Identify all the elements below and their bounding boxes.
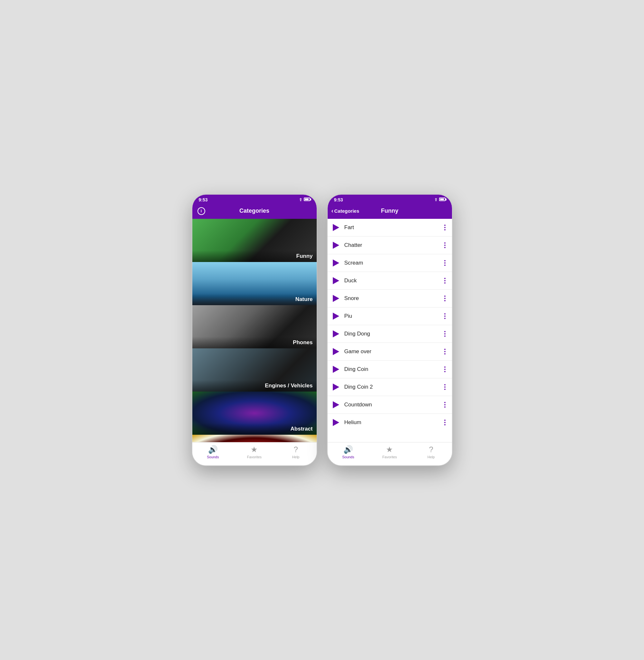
category-item-abstract[interactable]: Abstract	[192, 391, 317, 435]
sound-name-duck: Duck	[344, 277, 443, 284]
category-list: Funny Nature Phones Engines / Vehicles A…	[192, 219, 317, 442]
play-triangle-icon	[333, 224, 339, 231]
tab-favorites-label-left: Favorites	[247, 455, 261, 459]
more-dot	[444, 419, 445, 421]
tab-help-left[interactable]: ? Help	[283, 445, 308, 459]
sound-item-ding-coin[interactable]: Ding Coin	[328, 361, 452, 378]
more-dot	[444, 300, 445, 301]
more-dot	[444, 296, 445, 297]
more-dot	[444, 333, 445, 335]
right-status-icons: ⇧	[434, 198, 445, 202]
play-button-ding-coin[interactable]	[333, 366, 340, 373]
sound-name-snore: Snore	[344, 295, 443, 302]
more-dot	[444, 227, 445, 228]
more-button-chatter[interactable]	[443, 242, 447, 248]
play-button-fart[interactable]	[333, 224, 340, 231]
left-status-bar: 9:53 ⇧	[192, 195, 317, 204]
play-button-snore[interactable]	[333, 295, 340, 302]
tab-help-label-right: Help	[428, 455, 435, 459]
sound-name-ding-coin-2: Ding Coin 2	[344, 384, 443, 390]
sound-item-game-over[interactable]: Game over	[328, 343, 452, 361]
more-dot	[444, 406, 445, 408]
chevron-left-icon: ‹	[331, 207, 334, 214]
more-dot	[444, 262, 445, 264]
left-header: i Categories	[192, 204, 317, 219]
sound-name-piu: Piu	[344, 313, 443, 319]
more-button-piu[interactable]	[443, 313, 447, 319]
sound-item-helium[interactable]: Helium	[328, 414, 452, 431]
tab-sounds-right[interactable]: 🔊 Sounds	[336, 445, 361, 459]
more-button-ding-dong[interactable]	[443, 331, 447, 337]
more-button-countdown[interactable]	[443, 402, 447, 408]
left-time: 9:53	[199, 197, 208, 202]
more-dot	[444, 316, 445, 317]
play-button-piu[interactable]	[333, 313, 340, 320]
category-item-phones[interactable]: Phones	[192, 305, 317, 348]
sound-name-chatter: Chatter	[344, 242, 443, 248]
category-item-nature[interactable]: Nature	[192, 262, 317, 305]
category-label-phones: Phones	[192, 337, 317, 348]
tab-favorites-right[interactable]: ★ Favorites	[376, 445, 402, 459]
category-item-music[interactable]: Musical Instruments	[192, 435, 317, 442]
tab-favorites-label-right: Favorites	[383, 455, 397, 459]
wifi-icon: ⇧	[299, 198, 302, 202]
tab-sounds-left[interactable]: 🔊 Sounds	[200, 445, 226, 459]
right-tab-bar: 🔊 Sounds ★ Favorites ? Help	[328, 442, 452, 465]
more-button-ding-coin-2[interactable]	[443, 384, 447, 390]
sound-name-helium: Helium	[344, 419, 443, 426]
tab-help-right[interactable]: ? Help	[418, 445, 444, 459]
play-button-chatter[interactable]	[333, 242, 340, 249]
more-dot	[444, 265, 445, 266]
play-button-ding-dong[interactable]	[333, 330, 340, 337]
tab-favorites-left[interactable]: ★ Favorites	[241, 445, 267, 459]
sound-item-fart[interactable]: Fart	[328, 219, 452, 236]
play-triangle-icon	[333, 419, 339, 426]
play-button-countdown[interactable]	[333, 401, 340, 408]
more-button-helium[interactable]	[443, 419, 447, 425]
play-button-game-over[interactable]	[333, 348, 340, 355]
more-dot	[444, 369, 445, 370]
more-dot	[444, 242, 445, 244]
category-item-funny[interactable]: Funny	[192, 219, 317, 262]
play-triangle-icon	[333, 348, 339, 355]
sound-name-countdown: Countdown	[344, 402, 443, 408]
sound-item-chatter[interactable]: Chatter	[328, 236, 452, 254]
sound-item-duck[interactable]: Duck	[328, 272, 452, 290]
sound-name-ding-coin: Ding Coin	[344, 366, 443, 372]
right-wifi-icon: ⇧	[434, 198, 437, 202]
play-button-duck[interactable]	[333, 277, 340, 284]
more-dot	[444, 424, 445, 425]
play-triangle-icon	[333, 366, 339, 373]
sound-item-piu[interactable]: Piu	[328, 308, 452, 325]
more-dot	[444, 402, 445, 403]
sound-item-ding-coin-2[interactable]: Ding Coin 2	[328, 378, 452, 396]
play-button-helium[interactable]	[333, 419, 340, 426]
more-dot	[444, 331, 445, 332]
right-header: ‹ Categories Funny	[328, 204, 452, 219]
sound-item-ding-dong[interactable]: Ding Dong	[328, 325, 452, 343]
back-button[interactable]: ‹ Categories	[331, 207, 360, 214]
more-button-fart[interactable]	[443, 225, 447, 230]
play-triangle-icon	[333, 242, 339, 249]
sound-name-ding-dong: Ding Dong	[344, 331, 443, 337]
more-dot	[444, 404, 445, 405]
more-dot	[444, 422, 445, 423]
sound-item-scream[interactable]: Scream	[328, 254, 452, 272]
more-button-duck[interactable]	[443, 278, 447, 283]
info-button[interactable]: i	[198, 207, 205, 215]
right-phone: 9:53 ⇧ ‹ Categories Funny Fart	[327, 194, 453, 466]
play-button-scream[interactable]	[333, 259, 340, 267]
more-dot	[444, 349, 445, 350]
more-dot	[444, 245, 445, 246]
category-item-engines[interactable]: Engines / Vehicles	[192, 348, 317, 391]
more-button-ding-coin[interactable]	[443, 366, 447, 372]
more-button-scream[interactable]	[443, 260, 447, 266]
more-dot	[444, 336, 445, 337]
more-dot	[444, 384, 445, 385]
more-button-game-over[interactable]	[443, 349, 447, 355]
more-button-snore[interactable]	[443, 296, 447, 301]
favorites-icon-left: ★	[251, 445, 258, 454]
play-button-ding-coin-2[interactable]	[333, 384, 340, 391]
sound-item-snore[interactable]: Snore	[328, 290, 452, 308]
sound-item-countdown[interactable]: Countdown	[328, 396, 452, 414]
